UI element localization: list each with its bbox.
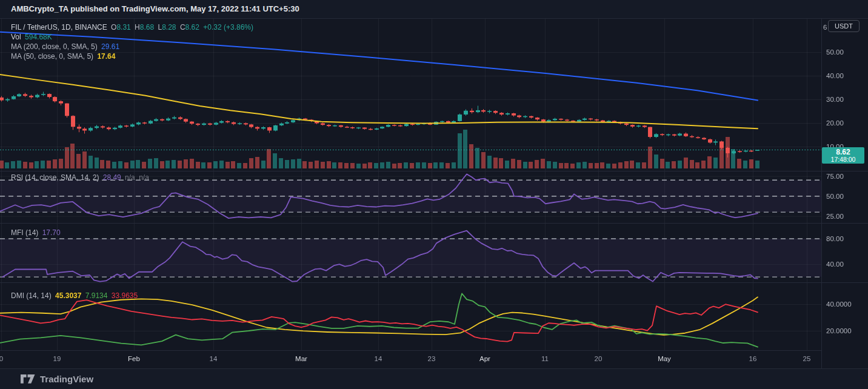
time-scale[interactable]: 019Feb14Mar1423Apr1120May1625 <box>0 350 822 369</box>
tradingview-logo-icon <box>21 374 35 384</box>
mfi-legend-row[interactable]: MFI (14) 17.70 <box>11 228 62 237</box>
tradingview-link[interactable]: TradingView <box>21 374 93 384</box>
price-axis-label: 50.00 <box>826 193 844 200</box>
bar-countdown: 17:48:00 <box>822 156 864 163</box>
publish-title: AMBCrypto_TA published on TradingView.co… <box>11 4 299 13</box>
open-value: 8.31 <box>116 23 130 32</box>
price-axis-label: 20.00 <box>826 119 844 127</box>
dmi-adx-value: 45.3037 <box>55 291 81 300</box>
mfi-label: MFI (14) <box>11 228 38 237</box>
time-axis-label: 25 <box>803 355 811 362</box>
tradingview-wordmark: TradingView <box>40 374 93 384</box>
change-value: +0.32 (+3.86%) <box>203 23 253 32</box>
time-axis-label: 11 <box>541 355 549 362</box>
price-axis-top-label: 6 <box>823 24 827 31</box>
time-axis-label: Mar <box>295 355 307 362</box>
ma200-legend-row[interactable]: MA (200, close, 0, SMA, 5) 29.61 <box>11 42 121 51</box>
ma50-legend-row[interactable]: MA (50, close, 0, SMA, 5) 17.64 <box>11 52 117 61</box>
dmi-plusdi-value: 7.9134 <box>85 291 108 300</box>
time-axis-label: 23 <box>428 355 436 362</box>
mfi-value: 17.70 <box>42 228 61 237</box>
high-label: H <box>135 23 140 32</box>
price-axis-label: 50.00 <box>826 48 844 56</box>
close-value: 8.62 <box>185 23 199 32</box>
price-axis-label: 20.0000 <box>826 327 852 334</box>
time-axis-label: 14 <box>210 355 218 362</box>
time-axis-label: 19 <box>53 355 61 362</box>
watermark-bar: TradingView <box>0 368 868 389</box>
rsi-legend-row[interactable]: RSI (14, close, SMA, 14, 2) 28.49 n/a n/… <box>11 173 151 182</box>
volume-legend-row[interactable]: Vol 594.68K <box>11 33 54 41</box>
time-axis-label: Apr <box>479 355 490 362</box>
time-axis-label: 0 <box>0 355 3 362</box>
currency-toggle-button[interactable]: USDT <box>828 20 860 32</box>
price-axis-label: 25.00 <box>826 213 844 220</box>
time-axis-label: Feb <box>128 355 140 362</box>
rsi-na1: n/a <box>125 173 135 182</box>
tradingview-published-chart: AMBCrypto_TA published on TradingView.co… <box>0 0 868 389</box>
ma200-label: MA (200, close, 0, SMA, 5) <box>11 42 98 51</box>
last-price-badge: 8.62 17:48:00 <box>822 147 864 164</box>
ma50-label: MA (50, close, 0, SMA, 5) <box>11 52 93 61</box>
time-axis-label: May <box>658 355 671 362</box>
time-axis-label: 14 <box>375 355 382 362</box>
time-axis-label: 20 <box>595 355 603 362</box>
rsi-label: RSI (14, close, SMA, 14, 2) <box>11 173 99 182</box>
rsi-na2: n/a <box>139 173 149 182</box>
price-axis-label: 75.00 <box>826 173 844 180</box>
price-axis-label: 40.00 <box>826 261 844 268</box>
chart-canvas[interactable] <box>0 0 868 389</box>
close-label: C <box>180 23 185 32</box>
price-axis-label: 40.0000 <box>826 301 852 308</box>
dmi-minusdi-value: 33.9635 <box>112 291 138 300</box>
price-axis-label: 40.00 <box>826 72 844 79</box>
price-scale[interactable]: 6 USDT 50.0040.0030.0020.0010.0075.0050.… <box>822 18 868 350</box>
volume-value: 594.68K <box>25 33 52 41</box>
high-value: 8.68 <box>140 23 154 32</box>
dmi-label: DMI (14, 14) <box>11 291 52 300</box>
rsi-value: 28.49 <box>103 173 121 182</box>
open-label: O <box>111 23 116 32</box>
symbol-legend-row[interactable]: FIL / TetherUS, 1D, BINANCE O8.31 H8.68 … <box>11 23 255 32</box>
last-price-value: 8.62 <box>822 148 864 156</box>
time-axis-label: 16 <box>749 355 757 362</box>
price-axis-label: 30.00 <box>826 96 844 103</box>
dmi-legend-row[interactable]: DMI (14, 14) 45.3037 7.9134 33.9635 <box>11 291 139 300</box>
low-value: 8.28 <box>162 23 176 32</box>
symbol-title: FIL / TetherUS, 1D, BINANCE <box>11 23 107 32</box>
price-axis-label: 80.00 <box>826 235 844 242</box>
volume-label: Vol <box>11 33 21 41</box>
ma200-value: 29.61 <box>101 42 119 51</box>
publish-header-bar: AMBCrypto_TA published on TradingView.co… <box>0 0 868 19</box>
ma50-value: 17.64 <box>97 52 115 61</box>
